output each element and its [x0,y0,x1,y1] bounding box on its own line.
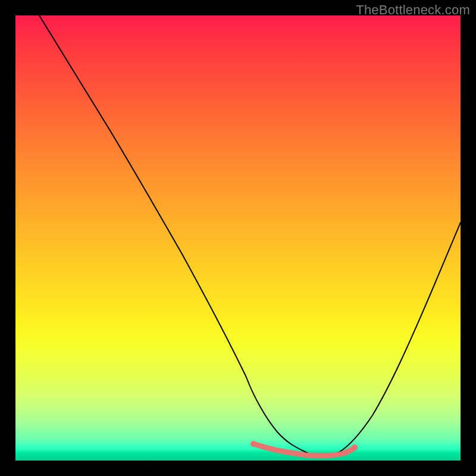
trough-highlight [253,444,355,456]
plot-area [15,15,461,461]
chart-frame: TheBottleneck.com [0,0,476,476]
trough-dot-right [352,444,358,450]
curve-layer [15,15,461,461]
trough-dot-left [250,441,256,447]
watermark-text: TheBottleneck.com [356,2,470,18]
bottleneck-curve [39,15,461,456]
